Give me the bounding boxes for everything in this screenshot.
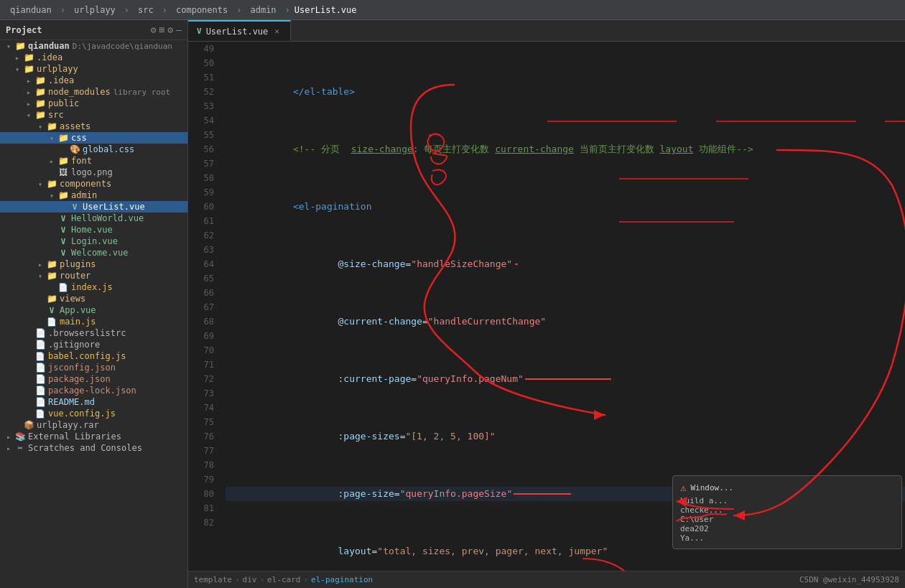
sidebar-item-admin[interactable]: ▾ 📁 admin bbox=[0, 190, 187, 201]
topbar-item-admin[interactable]: admin bbox=[246, 4, 280, 17]
notification-panel: ⚠ Window... build a... checke... C:\User… bbox=[672, 475, 902, 549]
sidebar-header-icons: ⚙ ⊞ ⚙ — bbox=[151, 24, 182, 35]
tab-close-button[interactable]: ✕ bbox=[272, 26, 282, 37]
topbar-item-urlplayy[interactable]: urlplayy bbox=[70, 4, 120, 17]
breadcrumb-el-card[interactable]: el-card bbox=[267, 575, 300, 584]
sidebar-item-login[interactable]: V Login.vue bbox=[0, 235, 187, 247]
sidebar-item-assets[interactable]: ▾ 📁 assets bbox=[0, 121, 187, 132]
notification-line-4: dea202 bbox=[680, 524, 894, 533]
tab-label: UserList.vue bbox=[206, 27, 269, 37]
topbar-item-components[interactable]: components bbox=[172, 4, 232, 17]
sidebar-item-css[interactable]: ▾ 📁 css bbox=[0, 132, 187, 144]
settings-icon[interactable]: ⚙ bbox=[151, 24, 157, 35]
sidebar-item-router[interactable]: ▾ 📁 router bbox=[0, 270, 187, 281]
tab-bar: V UserList.vue ✕ bbox=[188, 20, 905, 42]
sidebar-item-external[interactable]: ▸ 📚 External Libraries bbox=[0, 431, 187, 442]
code-line-53: @current-change="handleCurrentChange" bbox=[226, 314, 905, 329]
sidebar-item-home[interactable]: V Home.vue bbox=[0, 224, 187, 235]
status-bar-user: CSDN @weixin_44953928 bbox=[799, 575, 899, 584]
breadcrumb-bar: template › div › el-card › el-pagination… bbox=[188, 571, 905, 588]
sidebar-item-helloworld[interactable]: V HelloWorld.vue bbox=[0, 213, 187, 224]
sidebar-item-gitignore[interactable]: 📄 .gitignore bbox=[0, 339, 187, 350]
notification-line-2: checke... bbox=[680, 505, 894, 515]
tab-vue-icon: V bbox=[197, 27, 202, 36]
top-bar: qianduan › urlplayy › src › components ›… bbox=[0, 0, 905, 20]
notification-title: ⚠ Window... bbox=[680, 482, 894, 493]
minus-icon[interactable]: — bbox=[176, 24, 182, 35]
topbar-item-src[interactable]: src bbox=[134, 4, 158, 17]
editor-area: V UserList.vue ✕ 49 50 51 52 53 54 55 56… bbox=[188, 20, 905, 588]
sidebar-item-jsconfig[interactable]: 📄 jsconfig.json bbox=[0, 362, 187, 373]
topbar-item-userlist[interactable]: UserList.vue bbox=[294, 5, 357, 15]
sidebar-item-idea2[interactable]: ▸ 📁 .idea bbox=[0, 75, 187, 86]
sidebar-header: Project ⚙ ⊞ ⚙ — bbox=[0, 20, 187, 40]
sidebar-item-readme[interactable]: 📄 README.md bbox=[0, 396, 187, 408]
sidebar-item-public[interactable]: ▸ 📁 public bbox=[0, 98, 187, 109]
notification-text: Window... bbox=[690, 483, 733, 493]
notification-line-5: Ya... bbox=[680, 533, 894, 543]
code-line-49: </el-table> bbox=[226, 85, 905, 99]
code-editor[interactable]: 49 50 51 52 53 54 55 56 57 58 59 60 61 6… bbox=[188, 42, 905, 571]
code-line-55: :page-sizes="[1, 2, 5, 100]" bbox=[226, 429, 905, 444]
sidebar-item-idea[interactable]: ▸ 📁 .idea bbox=[0, 52, 187, 63]
sidebar-item-font[interactable]: ▸ 📁 font bbox=[0, 155, 187, 167]
sidebar-item-plugins[interactable]: ▸ 📁 plugins bbox=[0, 258, 187, 270]
layout-icon[interactable]: ⊞ bbox=[159, 24, 165, 35]
breadcrumb-div[interactable]: div bbox=[243, 575, 257, 584]
sidebar-item-src[interactable]: ▾ 📁 src bbox=[0, 109, 187, 121]
sidebar: Project ⚙ ⊞ ⚙ — ▾ 📁 qianduan D:\javadcod… bbox=[0, 20, 188, 588]
sidebar-item-rar[interactable]: 📦 urlplayy.rar bbox=[0, 419, 187, 431]
sidebar-item-views[interactable]: 📁 views bbox=[0, 293, 187, 304]
code-line-51: <el-pagination bbox=[226, 200, 905, 214]
sidebar-item-app[interactable]: V App.vue bbox=[0, 304, 187, 316]
tab-userlist[interactable]: V UserList.vue ✕ bbox=[188, 20, 291, 41]
notification-line-1: build a... bbox=[680, 496, 894, 505]
sidebar-item-welcome[interactable]: V Welcome.vue bbox=[0, 247, 187, 258]
sidebar-item-userlist[interactable]: V UserList.vue bbox=[0, 201, 187, 213]
line-numbers: 49 50 51 52 53 54 55 56 57 58 59 60 61 6… bbox=[188, 42, 220, 571]
code-line-50: <!-- 分页 size-change: 每页主打变化数 current-cha… bbox=[226, 142, 905, 157]
tree-arrow-root: ▾ bbox=[3, 42, 14, 50]
root-path: D:\javadcode\qianduan bbox=[73, 42, 172, 51]
project-label: Project bbox=[6, 25, 42, 35]
sidebar-item-urlplayy[interactable]: ▾ 📁 urlplayy bbox=[0, 63, 187, 75]
sidebar-item-global-css[interactable]: 🎨 global.css bbox=[0, 144, 187, 155]
tree-root[interactable]: ▾ 📁 qianduan D:\javadcode\qianduan bbox=[0, 40, 187, 52]
warning-icon: ⚠ bbox=[680, 482, 686, 493]
sidebar-item-package[interactable]: 📄 package.json bbox=[0, 373, 187, 385]
sidebar-item-browserslist[interactable]: 📄 .browserslistrc bbox=[0, 327, 187, 339]
gear-icon[interactable]: ⚙ bbox=[167, 24, 173, 35]
main-layout: Project ⚙ ⊞ ⚙ — ▾ 📁 qianduan D:\javadcod… bbox=[0, 20, 905, 588]
project-icon: 📁 bbox=[14, 41, 26, 51]
sidebar-item-node-modules[interactable]: ▸ 📁 node_modules library root bbox=[0, 86, 187, 98]
sidebar-item-router-index[interactable]: 📄 index.js bbox=[0, 281, 187, 293]
code-line-54: :current-page="queryInfo.pageNum" bbox=[226, 372, 905, 386]
sidebar-item-scratches[interactable]: ▸ ✂ Scratches and Consoles bbox=[0, 442, 187, 454]
topbar-item-qianduan[interactable]: qianduan bbox=[6, 4, 56, 17]
sidebar-item-mainjs[interactable]: 📄 main.js bbox=[0, 316, 187, 327]
breadcrumb-el-pagination[interactable]: el-pagination bbox=[311, 575, 373, 584]
breadcrumb-template[interactable]: template bbox=[194, 575, 232, 584]
sidebar-item-vue-config[interactable]: 📄 vue.config.js bbox=[0, 408, 187, 419]
notification-line-3: C:\User bbox=[680, 515, 894, 524]
sidebar-item-package-lock[interactable]: 📄 package-lock.json bbox=[0, 385, 187, 396]
sidebar-item-components[interactable]: ▾ 📁 components bbox=[0, 178, 187, 190]
sidebar-item-babel[interactable]: 📄 babel.config.js bbox=[0, 350, 187, 362]
root-label: qianduan bbox=[28, 41, 70, 51]
code-line-52: @size-change="handleSizeChange" bbox=[226, 257, 905, 271]
sidebar-item-logo[interactable]: 🖼 logo.png bbox=[0, 167, 187, 178]
